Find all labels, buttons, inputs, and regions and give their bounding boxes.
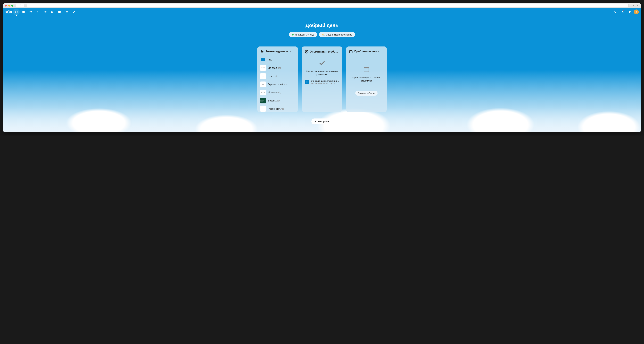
user-avatar[interactable]: A xyxy=(634,10,639,15)
nav-app-tasks[interactable] xyxy=(70,9,77,15)
file-item[interactable]: ✦✦✦ Mindmap.odg xyxy=(260,89,295,96)
set-status-label: Установить статус xyxy=(295,33,314,36)
nav-app-files[interactable] xyxy=(20,9,27,15)
nav-app-dashboard[interactable] xyxy=(13,9,20,15)
widgets-row: Рекомендуемые фа… Talk ⬚⬚⬚ Org chart.odg xyxy=(257,47,387,112)
browser-forward-button[interactable]: › xyxy=(20,4,24,7)
browser-back-button[interactable]: ‹ xyxy=(16,4,20,7)
svg-point-1 xyxy=(6,11,7,13)
file-item[interactable]: Talk xyxy=(260,56,295,63)
file-ext: .md xyxy=(280,107,284,110)
calendar-empty-icon xyxy=(363,66,370,73)
calendar-empty-text: Приближающиеся события отсуствуют xyxy=(349,76,384,83)
svg-point-9 xyxy=(52,11,54,12)
file-item[interactable]: ⬚⬚⬚ Org chart.odg xyxy=(260,65,295,71)
dashboard: Добрый день Установить статус ⛅ Задать м… xyxy=(3,16,641,124)
greeting-title: Добрый день xyxy=(306,23,338,28)
svg-rect-11 xyxy=(58,11,60,12)
svg-point-7 xyxy=(44,12,46,13)
contacts-menu-button[interactable] xyxy=(627,9,633,15)
browser-reload-button[interactable]: ⟳ xyxy=(631,4,634,7)
close-window-button[interactable] xyxy=(5,5,7,7)
svg-point-20 xyxy=(306,51,307,52)
file-item[interactable]: Elegant slides Elegant.odp xyxy=(260,97,295,104)
nav-app-activity[interactable] xyxy=(35,9,41,15)
set-location-button[interactable]: ⛅ Задать местоположение xyxy=(319,32,355,37)
set-location-label: Задать местоположение xyxy=(326,33,352,36)
svg-point-17 xyxy=(629,11,630,12)
file-ext: .odt xyxy=(273,75,277,77)
browser-newtab-button[interactable]: + xyxy=(636,4,639,7)
nav-app-deck[interactable] xyxy=(64,9,70,15)
talk-item-title: Обновления приложения «К… xyxy=(311,80,339,82)
nav-app-talk[interactable] xyxy=(42,9,48,15)
calendar-icon xyxy=(349,50,353,53)
file-name-text: Mindmap xyxy=(268,91,277,94)
traffic-lights xyxy=(5,5,14,7)
file-name-text: Elegant xyxy=(268,99,275,102)
file-ext: .odg xyxy=(277,67,281,69)
customize-button[interactable]: Настроить xyxy=(312,118,332,124)
svg-rect-14 xyxy=(66,11,68,11)
file-thumbnail: ⬚⬚⬚ xyxy=(260,65,266,71)
browser-url-bar[interactable] xyxy=(27,4,629,7)
svg-point-18 xyxy=(630,11,631,12)
search-button[interactable] xyxy=(612,9,619,15)
folder-icon xyxy=(260,50,264,53)
file-thumbnail: ≡≡ xyxy=(260,73,266,79)
svg-point-0 xyxy=(8,11,10,13)
svg-point-3 xyxy=(15,11,18,13)
file-item[interactable]: ☰☰ Expense report.ods xyxy=(260,81,295,88)
widget-files-title: Рекомендуемые фа… xyxy=(266,50,295,53)
file-ext: .odg xyxy=(277,91,281,94)
status-row: Установить статус ⛅ Задать местоположени… xyxy=(289,32,355,37)
browser-window: ‹ › ⟳ + xyxy=(3,3,641,132)
file-name-text: Talk xyxy=(268,58,272,61)
file-thumbnail: Elegant slides xyxy=(260,98,266,103)
talk-item-subtitle: - In the sidebar you can now fi… xyxy=(311,82,339,85)
minimize-window-button[interactable] xyxy=(8,5,10,7)
nav-app-contacts[interactable] xyxy=(49,9,56,15)
folder-icon xyxy=(260,57,266,63)
file-list: Talk ⬚⬚⬚ Org chart.odg ≡≡ Letter.odt ☰☰ xyxy=(260,56,295,112)
widget-calendar-title: Приближающиеся с… xyxy=(354,50,384,53)
topbar: A xyxy=(3,8,641,16)
browser-titlebar: ‹ › ⟳ + xyxy=(3,3,641,8)
pencil-icon xyxy=(315,120,317,123)
svg-point-2 xyxy=(10,11,12,13)
talk-icon xyxy=(305,50,308,54)
talk-app-icon xyxy=(305,80,309,84)
file-ext: .ods xyxy=(283,83,287,86)
nav-app-calendar[interactable] xyxy=(56,9,63,15)
svg-rect-24 xyxy=(350,51,352,51)
file-ext: .odp xyxy=(275,99,280,102)
set-status-button[interactable]: Установить статус xyxy=(289,32,317,37)
file-name-text: Org chart xyxy=(268,67,277,69)
widget-upcoming-events: Приближающиеся с… Приближающиеся события… xyxy=(346,47,387,112)
file-thumbnail: ✦✦✦ xyxy=(260,90,266,95)
notification-indicator xyxy=(624,10,624,11)
widget-recommended-files: Рекомендуемые фа… Talk ⬚⬚⬚ Org chart.odg xyxy=(257,47,298,112)
svg-point-8 xyxy=(52,11,52,12)
widget-talk-title: Упоминания в обсу… xyxy=(310,50,339,53)
notifications-button[interactable] xyxy=(620,9,626,15)
talk-item[interactable]: Обновления приложения «К… - In the sideb… xyxy=(305,80,339,85)
svg-point-15 xyxy=(614,11,616,13)
status-online-icon xyxy=(292,34,294,36)
file-item[interactable]: ≡≡ Letter.odt xyxy=(260,73,295,80)
file-item[interactable]: ≡ Product plan.md xyxy=(260,105,295,112)
create-event-button[interactable]: Создать событие xyxy=(355,91,378,96)
file-thumbnail: ≡ xyxy=(260,106,266,112)
file-name-text: Expense report xyxy=(268,83,283,86)
check-icon xyxy=(319,60,325,66)
app-viewport: A Добрый день Установить статус ⛅ Задать… xyxy=(3,8,641,132)
svg-point-22 xyxy=(307,82,308,82)
svg-line-16 xyxy=(616,12,616,13)
svg-rect-27 xyxy=(364,67,369,72)
widget-talk-mentions: Упоминания в обсу… Нет ни одного непрочи… xyxy=(302,47,342,112)
maximize-window-button[interactable] xyxy=(12,5,14,7)
nextcloud-logo[interactable] xyxy=(5,10,12,14)
file-thumbnail: ☰☰ xyxy=(260,82,266,87)
nav-app-photos[interactable] xyxy=(28,9,34,15)
file-name-text: Product plan xyxy=(268,107,280,110)
